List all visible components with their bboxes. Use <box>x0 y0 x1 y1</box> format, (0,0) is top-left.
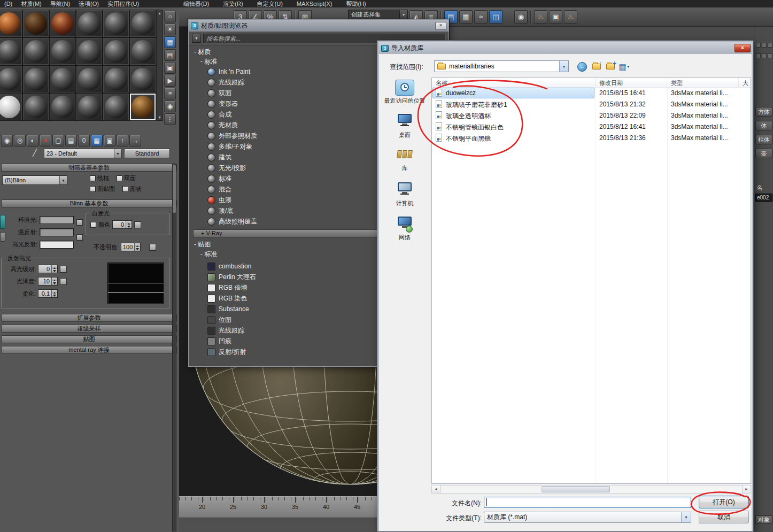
sample-slot[interactable] <box>49 37 76 65</box>
opacity-map-button[interactable] <box>149 244 156 251</box>
category-icon[interactable] <box>756 53 761 58</box>
spinner-arrows[interactable] <box>51 290 57 297</box>
faceted-checkbox[interactable] <box>122 186 128 192</box>
menu-utilities[interactable]: 实用程序(U) <box>107 0 139 7</box>
lock-toggle-button[interactable] <box>76 234 83 241</box>
sample-slot[interactable] <box>0 65 22 93</box>
shader-type-combo[interactable]: (B)Blinn ▼ <box>2 175 67 185</box>
assign-material-icon[interactable]: ◐ <box>27 135 38 147</box>
rendered-frame-window-icon[interactable]: ▣ <box>549 10 562 24</box>
face-map-checkbox[interactable] <box>90 186 96 192</box>
menu-help[interactable]: 帮助(H) <box>346 0 366 7</box>
show-map-in-viewport-icon[interactable]: ▦ <box>91 135 103 147</box>
chevron-down-icon[interactable]: ▼ <box>59 176 67 184</box>
sample-slot[interactable] <box>103 10 129 37</box>
column-header-name[interactable]: 名称 <box>432 78 596 87</box>
glossiness-map-button[interactable] <box>60 278 67 285</box>
primitive-button-sphere[interactable]: 体 <box>755 121 772 130</box>
chevron-down-icon[interactable]: ▼ <box>192 34 201 43</box>
sample-slot[interactable] <box>103 37 129 65</box>
file-row[interactable]: 不锈钢管镜面银白色 2015/8/12 16:41 3dsMax materia… <box>432 121 751 133</box>
cropped-button-fragment[interactable]: 对象 <box>755 515 772 524</box>
video-color-check-icon[interactable]: ▣ <box>164 62 176 74</box>
sample-uv-tiling-icon[interactable]: ▤ <box>164 49 176 61</box>
sample-slot[interactable] <box>129 10 156 37</box>
sample-slot[interactable] <box>129 37 156 65</box>
sample-slot[interactable] <box>49 10 76 37</box>
menu-navigation[interactable]: 导航(N) <box>50 0 70 7</box>
sample-slot[interactable] <box>22 37 49 65</box>
sample-slot[interactable] <box>76 65 103 93</box>
graphite-ribbon-icon[interactable]: ▦ <box>459 10 473 24</box>
put-to-library-icon[interactable]: ▤ <box>65 135 77 147</box>
browser-title-bar[interactable]: 3 材质/贴图浏览器 × <box>189 20 449 32</box>
primitive-button-cylinder[interactable]: 柱体 <box>755 135 772 144</box>
dialog-title-bar[interactable]: 3 导入材质库 × <box>379 42 752 54</box>
sample-slot[interactable] <box>103 65 129 93</box>
place-recent[interactable]: 最近访问的位置 <box>380 80 429 105</box>
color-checkbox[interactable] <box>90 222 96 228</box>
lock-toggle-button[interactable] <box>76 219 83 226</box>
backlight-icon[interactable]: ☀ <box>164 24 176 35</box>
diffuse-specular-lock-icon[interactable] <box>0 232 5 242</box>
up-one-level-button[interactable]: ↑ <box>590 60 602 73</box>
get-material-icon[interactable]: ◉ <box>1 135 13 147</box>
file-row[interactable]: 玻璃全透明酒杯 2015/8/13 22:09 3dsMax material … <box>432 110 751 121</box>
sample-slot[interactable] <box>76 10 103 37</box>
scroll-up-icon[interactable]: ▲ <box>158 11 161 15</box>
panel-scrollbar[interactable] <box>172 164 176 531</box>
options-icon[interactable]: ≡ <box>164 88 176 99</box>
specular-level-map-button[interactable] <box>60 266 67 273</box>
sample-type-icon[interactable]: ○ <box>164 11 176 22</box>
sample-slot[interactable] <box>22 65 49 93</box>
rollout-blinn-basic-params[interactable]: Blinn 基本参数 <box>1 199 177 207</box>
schematic-view-icon[interactable]: ◫ <box>489 10 503 24</box>
spinner-arrows[interactable] <box>126 221 132 228</box>
glossiness-spinner[interactable]: 10 <box>38 277 58 286</box>
file-row[interactable]: 不锈钢平面黑镜 2015/8/13 21:36 3dsMax material … <box>432 133 751 144</box>
view-menu-button[interactable]: ▦▼ <box>618 60 631 73</box>
sample-slot[interactable] <box>0 93 22 121</box>
two-sided-checkbox[interactable] <box>117 175 122 181</box>
diffuse-color-swatch[interactable] <box>40 228 74 236</box>
select-by-material-icon[interactable]: ◉ <box>164 101 176 112</box>
menu-maxscript[interactable]: MAXScript(X) <box>297 1 333 7</box>
sample-slot[interactable] <box>129 65 156 93</box>
horizontal-scrollbar[interactable]: ◄ ► <box>431 485 751 494</box>
sample-scroll-strip[interactable]: ▲ ▼ <box>156 10 163 121</box>
menu-options[interactable]: 选项(O) <box>79 0 99 7</box>
primitive-button-teapot[interactable]: 壶 <box>755 149 772 158</box>
reset-map-icon[interactable]: × <box>40 135 51 147</box>
rollout-maps[interactable]: 贴图 <box>1 335 177 343</box>
panel-scrollbar-thumb[interactable] <box>173 165 176 213</box>
scrollbar-thumb[interactable] <box>542 486 610 492</box>
primitive-button-box[interactable]: 方体 <box>755 107 772 117</box>
file-type-select[interactable]: 材质库 (*.mat) ▼ <box>484 512 691 523</box>
ambient-diffuse-lock-icon[interactable] <box>0 215 5 229</box>
scroll-down-icon[interactable]: ▼ <box>158 115 161 119</box>
panel-tab-icon[interactable] <box>768 43 772 48</box>
ambient-color-swatch[interactable] <box>40 216 74 224</box>
opacity-spinner[interactable]: 100 <box>121 243 141 251</box>
category-icon[interactable] <box>762 53 767 58</box>
scroll-right-icon[interactable]: ► <box>742 485 751 493</box>
self-illum-map-button[interactable] <box>134 221 141 228</box>
menu-rendering[interactable]: 渲染(R) <box>223 0 243 7</box>
rollout-extended-params[interactable]: 扩展参数 <box>1 314 177 322</box>
menu-editors[interactable]: 编辑器(D) <box>183 0 209 7</box>
rollout-supersampling[interactable]: 超级采样 <box>1 325 177 333</box>
show-end-result-icon[interactable]: ▣ <box>104 135 115 147</box>
curve-editor-icon[interactable]: ≈ <box>474 10 488 24</box>
named-selection-set-combo[interactable]: 创建选择集 ▼ <box>348 10 408 19</box>
specular-level-spinner[interactable]: 0 <box>38 265 58 273</box>
go-to-parent-icon[interactable]: ↑ <box>117 135 128 147</box>
material-name-combo[interactable]: 23 - Default ▼ <box>44 149 122 158</box>
sample-slot[interactable] <box>76 93 103 121</box>
render-production-icon[interactable]: ♨ <box>564 10 577 24</box>
soften-spinner[interactable]: 0.1 <box>38 289 58 298</box>
cancel-button[interactable]: 取消 <box>699 511 749 523</box>
chevron-down-icon[interactable]: ▼ <box>114 149 121 158</box>
menu-customize[interactable]: 自定义(U) <box>257 0 283 7</box>
object-name-field[interactable]: e002 <box>755 194 772 202</box>
rollout-shader-basic-params[interactable]: 明暗器基本参数 <box>1 164 177 172</box>
